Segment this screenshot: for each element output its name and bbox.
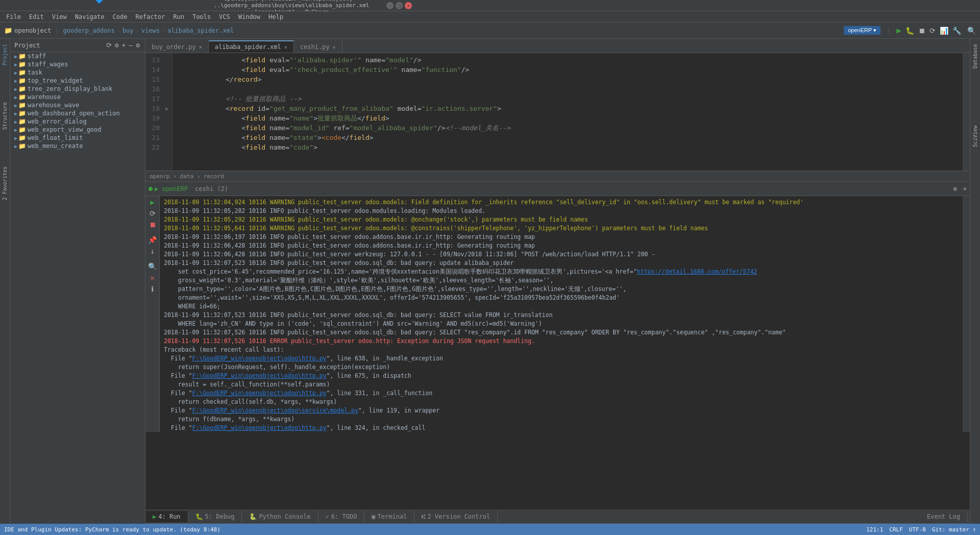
run-button[interactable]: ▶ [896,26,901,35]
tree-item-tree-zero[interactable]: ▶ 📁 tree_zero_display_blank [10,85,145,93]
menu-help[interactable]: Help [264,12,287,21]
run-output[interactable]: 2018-11-09 11:32:04,924 10116 WARNING pu… [160,196,963,432]
project-strip-icon[interactable]: Project [1,43,9,66]
tree-label-staff-wages: staff_wages [28,61,68,68]
debug-button[interactable]: 🐛 [905,27,914,35]
code-editor[interactable]: 13 14 15 16 [145,53,970,171]
tree-item-web-error[interactable]: ▶ 📁 web_error_dialog [10,117,145,126]
bottom-tab-todo[interactable]: ✓ 6: TODO [318,511,365,522]
window-controls[interactable]: – □ ✕ [386,2,412,9]
log-link-http3[interactable]: F:\GoodERP_win\openobject\odoo\http.py [192,390,326,397]
menu-bar: File Edit View Navigate Code Refactor Ru… [0,11,980,22]
tab-alibaba-spider[interactable]: alibaba_spider.xml × [209,40,294,53]
bottom-tab-event-log[interactable]: Event Log [920,511,968,522]
sqlyog-icon[interactable]: SciView [971,125,979,148]
log-link-http1[interactable]: F:\GoodERP_win\openobject\odoo\http.py [192,355,326,362]
menu-tools[interactable]: Tools [188,12,215,21]
structure-icon[interactable]: Structure [1,101,9,131]
log-link-1688[interactable]: https://detail.1688.com/offer/5742 [637,268,757,275]
sidebar-sync-btn[interactable]: ⟳ [105,41,113,49]
close-btn[interactable]: ✕ [405,2,412,9]
tab-buy-order[interactable]: buy_order.py × [145,41,209,53]
gutter-line-19: 19 [145,113,172,123]
menu-run[interactable]: Run [169,12,188,21]
run-error-btn[interactable]: ✕ [150,274,154,282]
bottom-tab-run[interactable]: ▶ 4: Run [145,511,188,522]
tree-item-web-float[interactable]: ▶ 📁 web_float_limit [10,134,145,142]
run-info-btn[interactable]: ℹ [151,285,154,293]
sidebar-settings-btn[interactable]: ⚙ [114,41,120,49]
tree-item-top-tree[interactable]: ▶ 📁 top_tree_widget [10,77,145,85]
run-filter-btn[interactable]: 🔍 [148,262,157,271]
run-pin-btn[interactable]: 📌 [148,236,157,244]
bottom-tab-debug[interactable]: 🐛 5: Debug [188,511,242,522]
minimize-btn[interactable]: – [386,2,394,9]
code-line-15: </record> [177,75,963,84]
log-line-2: 2018-11-09 11:32:05,282 10116 INFO publi… [164,207,959,215]
stop-button[interactable]: ⏹ [918,27,925,35]
tree-item-staff-wages[interactable]: ▶ 📁 staff_wages [10,60,145,68]
menu-navigate[interactable]: Navigate [71,12,109,21]
tools-btn2[interactable]: 🔧 [952,27,961,35]
tree-label-staff: staff [28,53,46,60]
tree-label-web-export: web_export_view_good [28,126,102,133]
tree-item-web-menu[interactable]: ▶ 📁 web_menu_create [10,142,145,150]
run-scrollbar[interactable] [963,196,970,432]
tab-ceshi[interactable]: ceshi.py × [294,41,342,53]
toolbar-views[interactable]: views [141,27,160,34]
menu-window[interactable]: Window [234,12,264,21]
sidebar-expand-btn[interactable]: + [121,41,127,49]
maximize-btn[interactable]: □ [396,2,403,9]
run-play-icon: ▶ [153,513,156,520]
project-sidebar: Project ⟳ ⚙ + – ⚙ ▶ 📁 staff ▶ 📁 [10,39,145,524]
search-everywhere-icon[interactable]: 🔍 [967,27,976,35]
toolbar-spider-xml[interactable]: alibaba_spider.xml [167,27,234,34]
gutter-line-16: 16 [145,84,172,94]
favorites-icon[interactable]: 2 Favorites [1,165,9,201]
menu-refactor[interactable]: Refactor [131,12,169,21]
editor-scrollbar[interactable] [963,53,970,171]
menu-edit[interactable]: Edit [25,12,48,21]
openERP-button[interactable]: openERP ▾ [844,26,880,35]
toolbar-buy[interactable]: buy [122,27,134,34]
run-settings-icon[interactable]: ⚙ [950,185,960,192]
coverage-button[interactable]: 📊 [940,27,948,35]
menu-code[interactable]: Code [109,12,132,21]
tree-item-web-dashboard[interactable]: ▶ 📁 web_dashboard_open_action [10,109,145,117]
tab-close-ceshi[interactable]: × [333,44,336,50]
bottom-tab-vcs[interactable]: ⑆ 2 Version Control [414,511,498,522]
bottom-tab-python-console[interactable]: 🐍 Python Console [242,511,318,522]
menu-view[interactable]: View [48,12,71,21]
sidebar-gear-btn[interactable]: ⚙ [135,41,141,49]
tree-item-web-export[interactable]: ▶ 📁 web_export_view_good [10,126,145,134]
tree-item-task[interactable]: ▶ 📁 task [10,68,145,77]
tree-item-warehouse[interactable]: ▶ 📁 warehouse [10,93,145,101]
tree-label-web-float: web_float_limit [28,134,83,141]
log-link-http4[interactable]: F:\GoodERP_win\openobject\odoo\http.py [192,424,326,431]
run-rerun-btn[interactable]: ⟳ [150,209,156,217]
run-indicator[interactable]: ▶ openERP [145,185,191,192]
project-icon: 📁 [4,27,12,34]
menu-file[interactable]: File [2,12,25,21]
run-stop-btn[interactable]: ⏹ [149,221,156,229]
tree-item-staff[interactable]: ▶ 📁 staff [10,52,145,60]
menu-vcs[interactable]: VCS [215,12,234,21]
tree-item-warehouse-wave[interactable]: ▶ 📁 warehouse_wave [10,101,145,109]
status-message: IDE and Plugin Updates: PyCharm is ready… [4,526,220,533]
run-close-icon[interactable]: × [960,185,970,192]
vcs-icon: ⑆ [422,513,425,520]
tab-close-alibaba-spider[interactable]: × [284,44,287,50]
run-scroll-btn[interactable]: ↓ [150,247,154,255]
code-body[interactable]: <field eval="'alibaba.spider'" name="mod… [173,53,963,171]
database-icon[interactable]: Database [971,43,979,69]
log-link-http2[interactable]: F:\GoodERP_win\openobject\odoo\http.py [192,372,326,379]
run-play-btn[interactable]: ▶ [150,198,154,206]
sidebar-collapse-btn[interactable]: – [128,41,134,49]
run-indicator-dot [149,187,153,191]
toolbar-gooderp-addons[interactable]: gooderp_addons [63,27,114,34]
reload-button[interactable]: ⟳ [929,27,936,35]
bottom-tab-terminal[interactable]: ▣ Terminal [364,511,414,522]
log-link-model[interactable]: F:\GoodERP_win\openobject\odoo\service\m… [192,407,358,414]
tab-close-buy-order[interactable]: × [199,44,202,50]
terminal-icon: ▣ [372,513,375,520]
